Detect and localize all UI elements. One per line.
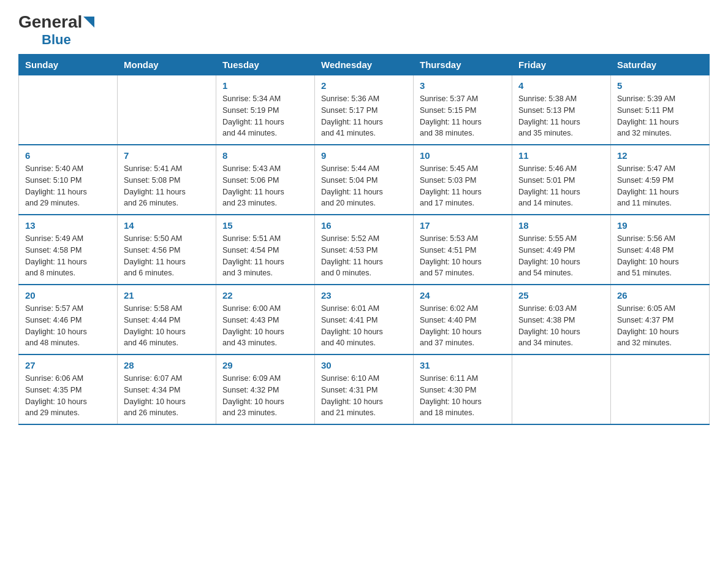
calendar-cell: 6Sunrise: 5:40 AM Sunset: 5:10 PM Daylig…: [19, 145, 118, 215]
day-info: Sunrise: 5:49 AM Sunset: 4:58 PM Dayligh…: [25, 233, 111, 279]
svg-marker-0: [83, 17, 94, 28]
day-number: 27: [25, 360, 111, 370]
day-number: 17: [420, 220, 506, 231]
calendar-cell: 31Sunrise: 6:11 AM Sunset: 4:30 PM Dayli…: [414, 354, 512, 424]
calendar-cell: [512, 354, 611, 424]
day-info: Sunrise: 5:46 AM Sunset: 5:01 PM Dayligh…: [518, 163, 604, 209]
weekday-header-sunday: Sunday: [19, 55, 118, 75]
calendar-header: SundayMondayTuesdayWednesdayThursdayFrid…: [19, 55, 710, 75]
calendar-cell: 8Sunrise: 5:43 AM Sunset: 5:06 PM Daylig…: [216, 145, 315, 215]
calendar-cell: 24Sunrise: 6:02 AM Sunset: 4:40 PM Dayli…: [414, 285, 512, 354]
day-info: Sunrise: 6:11 AM Sunset: 4:30 PM Dayligh…: [420, 373, 506, 419]
calendar-week-5: 27Sunrise: 6:06 AM Sunset: 4:35 PM Dayli…: [19, 354, 710, 424]
day-info: Sunrise: 5:34 AM Sunset: 5:19 PM Dayligh…: [222, 93, 308, 139]
calendar-cell: 23Sunrise: 6:01 AM Sunset: 4:41 PM Dayli…: [315, 285, 414, 354]
weekday-header-row: SundayMondayTuesdayWednesdayThursdayFrid…: [19, 55, 710, 75]
calendar-cell: 30Sunrise: 6:10 AM Sunset: 4:31 PM Dayli…: [315, 354, 414, 424]
page-header: General Blue: [18, 12, 710, 48]
day-number: 30: [321, 360, 407, 370]
day-info: Sunrise: 5:36 AM Sunset: 5:17 PM Dayligh…: [321, 93, 407, 139]
day-number: 24: [420, 290, 506, 301]
logo-blue-text: Blue: [42, 32, 71, 48]
day-info: Sunrise: 6:01 AM Sunset: 4:41 PM Dayligh…: [321, 303, 407, 349]
day-number: 22: [222, 290, 308, 301]
day-number: 29: [222, 360, 308, 370]
calendar-cell: 7Sunrise: 5:41 AM Sunset: 5:08 PM Daylig…: [118, 145, 216, 215]
calendar-week-2: 6Sunrise: 5:40 AM Sunset: 5:10 PM Daylig…: [19, 145, 710, 215]
calendar-cell: 22Sunrise: 6:00 AM Sunset: 4:43 PM Dayli…: [216, 285, 315, 354]
day-number: 10: [420, 150, 506, 161]
day-info: Sunrise: 5:50 AM Sunset: 4:56 PM Dayligh…: [124, 233, 210, 279]
day-number: 23: [321, 290, 407, 301]
day-info: Sunrise: 6:10 AM Sunset: 4:31 PM Dayligh…: [321, 373, 407, 419]
logo-arrow-icon: [83, 17, 94, 28]
calendar-cell: 2Sunrise: 5:36 AM Sunset: 5:17 PM Daylig…: [315, 75, 414, 145]
weekday-header-saturday: Saturday: [611, 55, 710, 75]
day-number: 14: [124, 220, 210, 231]
day-number: 5: [617, 80, 703, 91]
day-info: Sunrise: 5:52 AM Sunset: 4:53 PM Dayligh…: [321, 233, 407, 279]
calendar-body: 1Sunrise: 5:34 AM Sunset: 5:19 PM Daylig…: [19, 75, 710, 425]
day-number: 20: [25, 290, 111, 301]
day-info: Sunrise: 5:38 AM Sunset: 5:13 PM Dayligh…: [518, 93, 604, 139]
day-number: 31: [420, 360, 506, 370]
calendar-cell: 5Sunrise: 5:39 AM Sunset: 5:11 PM Daylig…: [611, 75, 710, 145]
day-number: 15: [222, 220, 308, 231]
calendar-week-3: 13Sunrise: 5:49 AM Sunset: 4:58 PM Dayli…: [19, 215, 710, 285]
day-info: Sunrise: 6:00 AM Sunset: 4:43 PM Dayligh…: [222, 303, 308, 349]
day-info: Sunrise: 5:58 AM Sunset: 4:44 PM Dayligh…: [124, 303, 210, 349]
day-number: 7: [124, 150, 210, 161]
weekday-header-tuesday: Tuesday: [216, 55, 315, 75]
weekday-header-friday: Friday: [512, 55, 611, 75]
day-number: 9: [321, 150, 407, 161]
day-info: Sunrise: 5:53 AM Sunset: 4:51 PM Dayligh…: [420, 233, 506, 279]
day-info: Sunrise: 6:09 AM Sunset: 4:32 PM Dayligh…: [222, 373, 308, 419]
calendar-cell: 16Sunrise: 5:52 AM Sunset: 4:53 PM Dayli…: [315, 215, 414, 285]
calendar-week-4: 20Sunrise: 5:57 AM Sunset: 4:46 PM Dayli…: [19, 285, 710, 354]
day-number: 2: [321, 80, 407, 91]
day-info: Sunrise: 5:43 AM Sunset: 5:06 PM Dayligh…: [222, 163, 308, 209]
day-info: Sunrise: 5:44 AM Sunset: 5:04 PM Dayligh…: [321, 163, 407, 209]
calendar-cell: 20Sunrise: 5:57 AM Sunset: 4:46 PM Dayli…: [19, 285, 118, 354]
day-info: Sunrise: 6:03 AM Sunset: 4:38 PM Dayligh…: [518, 303, 604, 349]
day-number: 25: [518, 290, 604, 301]
calendar-cell: 4Sunrise: 5:38 AM Sunset: 5:13 PM Daylig…: [512, 75, 611, 145]
day-info: Sunrise: 6:02 AM Sunset: 4:40 PM Dayligh…: [420, 303, 506, 349]
day-number: 1: [222, 80, 308, 91]
day-number: 19: [617, 220, 703, 231]
day-number: 13: [25, 220, 111, 231]
calendar-cell: 3Sunrise: 5:37 AM Sunset: 5:15 PM Daylig…: [414, 75, 512, 145]
day-info: Sunrise: 6:06 AM Sunset: 4:35 PM Dayligh…: [25, 373, 111, 419]
day-number: 6: [25, 150, 111, 161]
day-info: Sunrise: 5:57 AM Sunset: 4:46 PM Dayligh…: [25, 303, 111, 349]
calendar-cell: 15Sunrise: 5:51 AM Sunset: 4:54 PM Dayli…: [216, 215, 315, 285]
calendar-cell: [611, 354, 710, 424]
calendar-cell: 18Sunrise: 5:55 AM Sunset: 4:49 PM Dayli…: [512, 215, 611, 285]
calendar-cell: 12Sunrise: 5:47 AM Sunset: 4:59 PM Dayli…: [611, 145, 710, 215]
calendar-cell: [118, 75, 216, 145]
day-info: Sunrise: 5:51 AM Sunset: 4:54 PM Dayligh…: [222, 233, 308, 279]
day-info: Sunrise: 5:40 AM Sunset: 5:10 PM Dayligh…: [25, 163, 111, 209]
calendar-cell: 11Sunrise: 5:46 AM Sunset: 5:01 PM Dayli…: [512, 145, 611, 215]
calendar-cell: 10Sunrise: 5:45 AM Sunset: 5:03 PM Dayli…: [414, 145, 512, 215]
day-number: 12: [617, 150, 703, 161]
calendar-table: SundayMondayTuesdayWednesdayThursdayFrid…: [18, 54, 710, 425]
calendar-cell: 26Sunrise: 6:05 AM Sunset: 4:37 PM Dayli…: [611, 285, 710, 354]
calendar-cell: 28Sunrise: 6:07 AM Sunset: 4:34 PM Dayli…: [118, 354, 216, 424]
day-number: 26: [617, 290, 703, 301]
day-info: Sunrise: 6:05 AM Sunset: 4:37 PM Dayligh…: [617, 303, 703, 349]
logo: General Blue: [18, 12, 94, 48]
day-info: Sunrise: 5:39 AM Sunset: 5:11 PM Dayligh…: [617, 93, 703, 139]
calendar-cell: [19, 75, 118, 145]
day-number: 8: [222, 150, 308, 161]
day-number: 4: [518, 80, 604, 91]
day-info: Sunrise: 5:41 AM Sunset: 5:08 PM Dayligh…: [124, 163, 210, 209]
weekday-header-monday: Monday: [118, 55, 216, 75]
day-number: 18: [518, 220, 604, 231]
calendar-cell: 14Sunrise: 5:50 AM Sunset: 4:56 PM Dayli…: [118, 215, 216, 285]
calendar-cell: 27Sunrise: 6:06 AM Sunset: 4:35 PM Dayli…: [19, 354, 118, 424]
calendar-cell: 19Sunrise: 5:56 AM Sunset: 4:48 PM Dayli…: [611, 215, 710, 285]
calendar-week-1: 1Sunrise: 5:34 AM Sunset: 5:19 PM Daylig…: [19, 75, 710, 145]
day-number: 21: [124, 290, 210, 301]
calendar-cell: 13Sunrise: 5:49 AM Sunset: 4:58 PM Dayli…: [19, 215, 118, 285]
